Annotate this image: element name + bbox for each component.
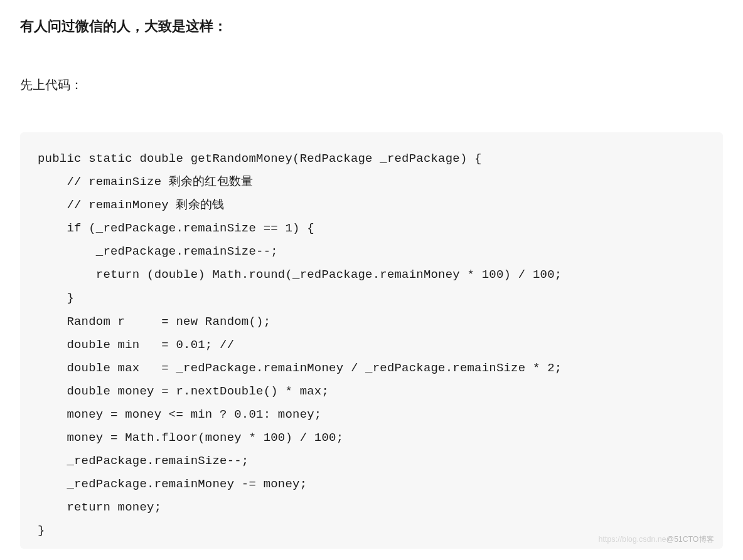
watermark-attr: @51CTO博客 — [666, 535, 714, 544]
code-text: public static double getRandomMoney(RedP… — [38, 147, 705, 542]
intro-text: 先上代码： — [20, 75, 723, 95]
watermark-url: https://blog.csdn.ne — [599, 535, 666, 544]
code-block: public static double getRandomMoney(RedP… — [20, 132, 723, 549]
section-heading: 有人问过微信的人，大致是这样： — [20, 15, 723, 37]
watermark: https://blog.csdn.ne@51CTO博客 — [599, 534, 714, 545]
